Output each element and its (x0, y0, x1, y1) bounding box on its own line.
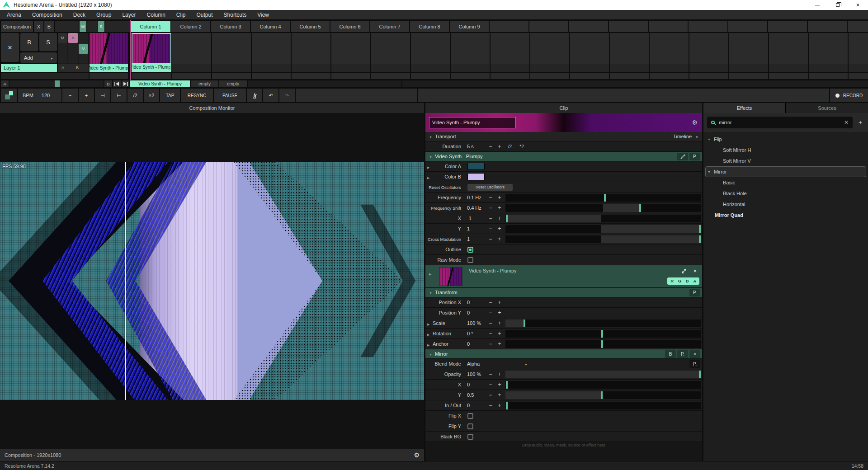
menu-arena[interactable]: Arena (7, 12, 21, 18)
empty-cell[interactable] (530, 73, 569, 79)
decrement-button[interactable]: − (486, 402, 495, 409)
bpm-increase-button[interactable]: + (79, 89, 94, 102)
red-channel-button[interactable]: R (670, 279, 674, 283)
empty-cell[interactable] (768, 21, 807, 32)
empty-cell[interactable] (132, 73, 171, 79)
increment-button[interactable]: + (495, 381, 504, 388)
search-value[interactable]: mirror (719, 120, 840, 125)
increment-button[interactable]: + (495, 392, 504, 398)
clip-settings-gear-icon[interactable]: ⚙ (692, 119, 698, 126)
menu-composition[interactable]: Composition (32, 12, 62, 18)
color-a-swatch[interactable] (467, 163, 485, 170)
column-9-button[interactable]: Column 9 (450, 21, 489, 32)
decrement-button[interactable]: − (486, 381, 495, 388)
in-out-slider[interactable] (505, 402, 701, 409)
expand-icon[interactable] (681, 268, 687, 276)
composition-bypass-button[interactable]: B (44, 21, 54, 32)
empty-cell[interactable] (529, 21, 568, 32)
empty-cell[interactable] (728, 21, 767, 32)
transport-mode-dropdown[interactable]: Timeline (673, 134, 698, 139)
blend-mode-dropdown[interactable]: Alpha (464, 361, 532, 367)
effect-soft-mirror-v[interactable]: Soft Mirror V (705, 155, 866, 166)
decrement-button[interactable]: − (486, 194, 495, 201)
crossfader-handle[interactable] (55, 80, 60, 87)
empty-cell[interactable] (90, 73, 128, 79)
increment-button[interactable]: + (495, 215, 504, 221)
effect-bypass-button[interactable]: B (665, 350, 676, 358)
menu-deck[interactable]: Deck (73, 12, 85, 18)
empty-cell[interactable] (570, 33, 609, 72)
decrement-button[interactable]: − (486, 143, 495, 150)
expand-triangle-icon[interactable] (429, 269, 434, 277)
undo-button[interactable]: ↶ (263, 89, 278, 102)
bpm-display[interactable]: BPM120 (18, 89, 61, 102)
duration-value[interactable]: 5 s (464, 144, 486, 149)
empty-cell[interactable] (809, 73, 848, 79)
anchor-slider[interactable] (505, 340, 701, 348)
effects-group-flip[interactable]: Flip (705, 134, 866, 145)
menu-output[interactable]: Output (197, 12, 213, 18)
next-clip-button[interactable] (122, 80, 129, 87)
mirror-effect-header[interactable]: Mirror B P. × (425, 349, 702, 359)
expand-triangle-icon[interactable] (427, 340, 432, 348)
clip-cell-selected[interactable]: Video Synth - Plumpy (132, 33, 171, 72)
column-5-button[interactable]: Column 5 (291, 21, 330, 32)
green-channel-button[interactable]: G (678, 279, 681, 283)
menu-clip[interactable]: Clip (176, 12, 186, 18)
flip-x-checkbox[interactable] (467, 413, 473, 419)
outline-checkbox[interactable] (467, 247, 473, 253)
empty-cell[interactable] (650, 33, 689, 72)
crossfade-a-button[interactable]: A (61, 66, 64, 70)
effect-soft-mirror-h[interactable]: Soft Mirror H (705, 145, 866, 155)
y-slider[interactable] (505, 225, 701, 233)
empty-cell[interactable] (292, 73, 330, 79)
frequency-shift-slider[interactable] (505, 204, 701, 212)
empty-cell[interactable] (570, 73, 609, 79)
param-value[interactable]: 0.1 Hz (464, 195, 486, 200)
empty-cell[interactable] (689, 21, 727, 32)
source-layer-strip[interactable]: Video Synth - Plumpy × R G B A (425, 265, 702, 288)
empty-cell[interactable] (569, 21, 608, 32)
column-1-button[interactable]: Column 1 (131, 21, 170, 32)
layer-video-button[interactable]: V (79, 44, 88, 54)
previous-clip-button[interactable] (113, 80, 121, 87)
decrement-button[interactable]: − (486, 215, 495, 221)
preview-tab-empty-2[interactable]: empty (219, 80, 247, 87)
automation-button[interactable] (677, 153, 688, 160)
monitor-settings-gear-icon[interactable]: ⚙ (414, 451, 420, 459)
param-value[interactable]: 0 (464, 403, 486, 408)
empty-cell[interactable] (451, 33, 490, 72)
cross-modulation-slider[interactable] (505, 235, 701, 243)
param-preset-button[interactable]: P. (689, 153, 700, 160)
nudge-up-button[interactable]: ⊢ (111, 89, 127, 102)
bpm-decrease-button[interactable]: − (62, 89, 78, 102)
pause-button[interactable]: PAUSE (214, 89, 246, 102)
tap-button[interactable]: TAP (160, 89, 180, 102)
clip-name-input[interactable] (429, 117, 516, 128)
empty-cell[interactable] (610, 33, 649, 72)
master-mute-button[interactable]: M (80, 21, 86, 32)
empty-cell[interactable] (491, 73, 529, 79)
effect-black-hole[interactable]: Black Hole (705, 188, 866, 199)
search-input[interactable]: mirror ✕ (707, 117, 853, 128)
minimize-button[interactable] (807, 0, 827, 10)
mirror-x-slider[interactable] (505, 381, 701, 389)
composition-view-button[interactable] (1, 89, 17, 102)
increment-button[interactable]: + (495, 194, 504, 201)
nudge-down-button[interactable]: ⊣ (95, 89, 110, 102)
tab-sources[interactable]: Sources (786, 103, 868, 113)
param-value[interactable]: 0 ° (464, 331, 486, 336)
empty-cell[interactable] (252, 73, 291, 79)
empty-cell[interactable] (411, 73, 450, 79)
transport-section-header[interactable]: Transport Timeline (425, 132, 702, 141)
empty-cell[interactable] (252, 33, 291, 72)
increment-button[interactable]: + (495, 226, 504, 232)
param-value[interactable]: 0.4 Hz (464, 205, 486, 211)
expand-triangle-icon[interactable] (427, 173, 432, 181)
close-button[interactable]: × (848, 0, 868, 10)
layer-solo-button[interactable]: S (39, 33, 57, 51)
column-7-button[interactable]: Column 7 (370, 21, 409, 32)
increment-button[interactable]: + (495, 402, 504, 409)
menu-group[interactable]: Group (96, 12, 111, 18)
param-value[interactable]: 100 % (464, 371, 486, 377)
